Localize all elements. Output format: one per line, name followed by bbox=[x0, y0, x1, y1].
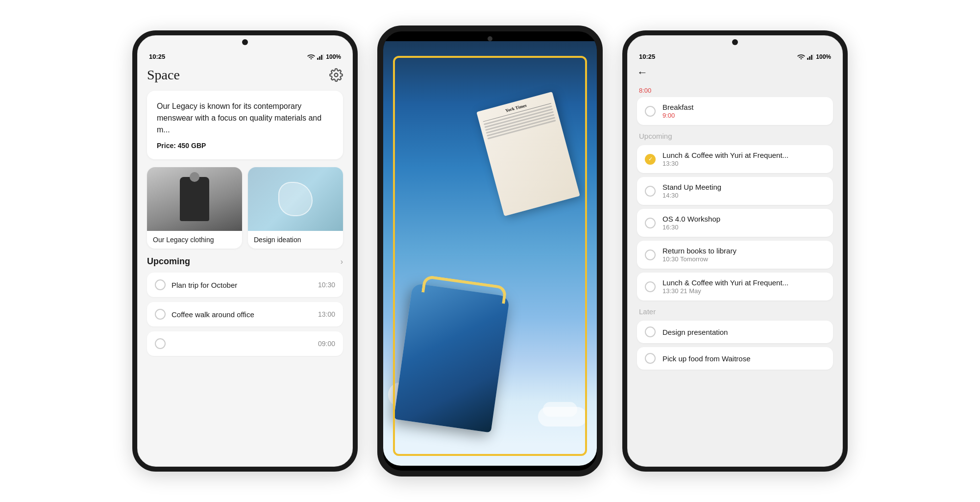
upcoming-section-label: Upcoming bbox=[639, 132, 833, 140]
event-info-breakfast: Breakfast 9:00 bbox=[662, 103, 825, 119]
right-time: 10:25 bbox=[639, 53, 655, 60]
event-time-breakfast: 9:00 bbox=[662, 112, 825, 119]
event-info-lunch-2: Lunch & Coffee with Yuri at Frequent... … bbox=[662, 278, 825, 295]
svg-rect-2 bbox=[321, 55, 322, 60]
task-circle-2 bbox=[155, 309, 166, 320]
task-circle-1 bbox=[155, 279, 166, 290]
event-circle-design bbox=[645, 326, 656, 337]
event-design[interactable]: Design presentation bbox=[637, 321, 833, 343]
task-item-1[interactable]: Plan trip for October 10:30 bbox=[147, 273, 343, 297]
svg-rect-6 bbox=[809, 56, 810, 60]
left-phone: 10:25 100% Space Our Legacy is known for… bbox=[132, 30, 358, 472]
right-wifi-icon bbox=[797, 54, 805, 60]
task-name-2: Coffee walk around office bbox=[172, 310, 254, 319]
event-name-lunch-2: Lunch & Coffee with Yuri at Frequent... bbox=[662, 278, 825, 287]
task-time-2: 13:00 bbox=[318, 310, 335, 318]
event-info-food: Pick up food from Waitrose bbox=[662, 354, 825, 363]
gear-icon[interactable] bbox=[329, 68, 343, 82]
right-signal-icon bbox=[807, 54, 814, 60]
event-name-breakfast: Breakfast bbox=[662, 103, 825, 111]
event-circle-food bbox=[645, 353, 656, 364]
task-time-1: 10:30 bbox=[318, 281, 335, 289]
event-workshop[interactable]: OS 4.0 Workshop 16:30 bbox=[637, 209, 833, 237]
event-check-lunch: ✓ bbox=[645, 154, 656, 165]
event-info-lunch-1: Lunch & Coffee with Yuri at Frequent... … bbox=[662, 151, 825, 167]
task-item-3[interactable]: 09:00 bbox=[147, 331, 343, 356]
image-card-clothing[interactable]: Our Legacy clothing bbox=[147, 167, 242, 249]
event-circle-lunch-2 bbox=[645, 281, 656, 292]
event-name-food: Pick up food from Waitrose bbox=[662, 354, 825, 363]
clothing-figure bbox=[180, 177, 209, 221]
event-name-lunch-1: Lunch & Coffee with Yuri at Frequent... bbox=[662, 151, 825, 159]
time-label-top: 8:00 bbox=[637, 87, 833, 94]
event-time-lunch-1: 13:30 bbox=[662, 160, 825, 167]
task-time-3: 09:00 bbox=[318, 340, 335, 348]
main-card: Our Legacy is known for its contemporary… bbox=[147, 91, 343, 159]
back-header: ← bbox=[637, 62, 833, 87]
middle-phone: York Times bbox=[377, 25, 603, 477]
svg-rect-5 bbox=[807, 58, 808, 60]
upcoming-title: Upcoming bbox=[147, 256, 190, 267]
task-circle-3 bbox=[155, 338, 166, 349]
design-image bbox=[248, 167, 343, 231]
svg-rect-1 bbox=[319, 56, 320, 60]
image-grid: Our Legacy clothing Design ideation bbox=[147, 167, 343, 249]
event-name-books: Return books to library bbox=[662, 247, 825, 255]
upcoming-chevron[interactable]: › bbox=[341, 257, 343, 266]
event-circle-books bbox=[645, 250, 656, 260]
svg-rect-3 bbox=[323, 54, 324, 60]
left-screen: Space Our Legacy is known for its contem… bbox=[137, 62, 353, 356]
event-info-books: Return books to library 10:30 Tomorrow bbox=[662, 247, 825, 263]
image-card-design[interactable]: Design ideation bbox=[248, 167, 343, 249]
right-phone: 10:25 100% ← 8:00 Breakfast 9:00 Upcomin… bbox=[622, 30, 848, 472]
upcoming-header: Upcoming › bbox=[147, 256, 343, 267]
design-blob bbox=[278, 182, 313, 216]
cloud-4 bbox=[543, 402, 577, 417]
event-standup[interactable]: Stand Up Meeting 14:30 bbox=[637, 177, 833, 205]
event-books[interactable]: Return books to library 10:30 Tomorrow bbox=[637, 241, 833, 269]
event-name-workshop: OS 4.0 Workshop bbox=[662, 215, 825, 223]
event-circle-breakfast bbox=[645, 106, 656, 117]
right-battery: 100% bbox=[816, 53, 831, 60]
event-lunch-1[interactable]: ✓ Lunch & Coffee with Yuri at Frequent..… bbox=[637, 145, 833, 173]
back-button[interactable]: ← bbox=[637, 66, 648, 79]
svg-rect-8 bbox=[813, 54, 814, 60]
card-price: Price: 450 GBP bbox=[157, 142, 333, 150]
clothing-label: Our Legacy clothing bbox=[147, 231, 242, 249]
event-time-lunch-2: 13:30 21 May bbox=[662, 287, 825, 295]
task-item-2[interactable]: Coffee walk around office 13:00 bbox=[147, 302, 343, 326]
wifi-icon bbox=[307, 54, 315, 60]
right-status-bar: 10:25 100% bbox=[627, 47, 843, 62]
right-screen: ← 8:00 Breakfast 9:00 Upcoming ✓ Lunch &… bbox=[627, 62, 843, 370]
event-lunch-2[interactable]: Lunch & Coffee with Yuri at Frequent... … bbox=[637, 273, 833, 301]
event-name-standup: Stand Up Meeting bbox=[662, 183, 825, 191]
app-title: Space bbox=[147, 67, 180, 83]
left-time: 10:25 bbox=[149, 53, 165, 60]
event-name-design: Design presentation bbox=[662, 328, 825, 336]
event-info-design: Design presentation bbox=[662, 328, 825, 336]
bag-object bbox=[393, 283, 510, 432]
svg-rect-7 bbox=[811, 55, 812, 60]
event-circle-workshop bbox=[645, 218, 656, 228]
card-description: Our Legacy is known for its contemporary… bbox=[157, 100, 333, 136]
signal-icon bbox=[317, 54, 324, 60]
event-breakfast[interactable]: Breakfast 9:00 bbox=[637, 97, 833, 125]
event-circle-standup bbox=[645, 186, 656, 197]
left-status-bar: 10:25 100% bbox=[137, 47, 353, 62]
event-info-workshop: OS 4.0 Workshop 16:30 bbox=[662, 215, 825, 231]
app-header: Space bbox=[147, 62, 343, 91]
event-time-workshop: 16:30 bbox=[662, 224, 825, 231]
event-time-standup: 14:30 bbox=[662, 192, 825, 199]
newspaper: York Times bbox=[476, 92, 580, 216]
svg-rect-0 bbox=[317, 58, 318, 60]
middle-screen: York Times bbox=[383, 41, 597, 466]
svg-point-4 bbox=[335, 74, 338, 77]
left-battery: 100% bbox=[326, 53, 341, 60]
later-section-label: Later bbox=[639, 307, 833, 316]
photo-background: York Times bbox=[383, 41, 597, 466]
task-name-1: Plan trip for October bbox=[172, 281, 237, 289]
event-food[interactable]: Pick up food from Waitrose bbox=[637, 347, 833, 370]
design-label: Design ideation bbox=[248, 231, 343, 249]
event-info-standup: Stand Up Meeting 14:30 bbox=[662, 183, 825, 199]
event-time-books: 10:30 Tomorrow bbox=[662, 255, 825, 263]
